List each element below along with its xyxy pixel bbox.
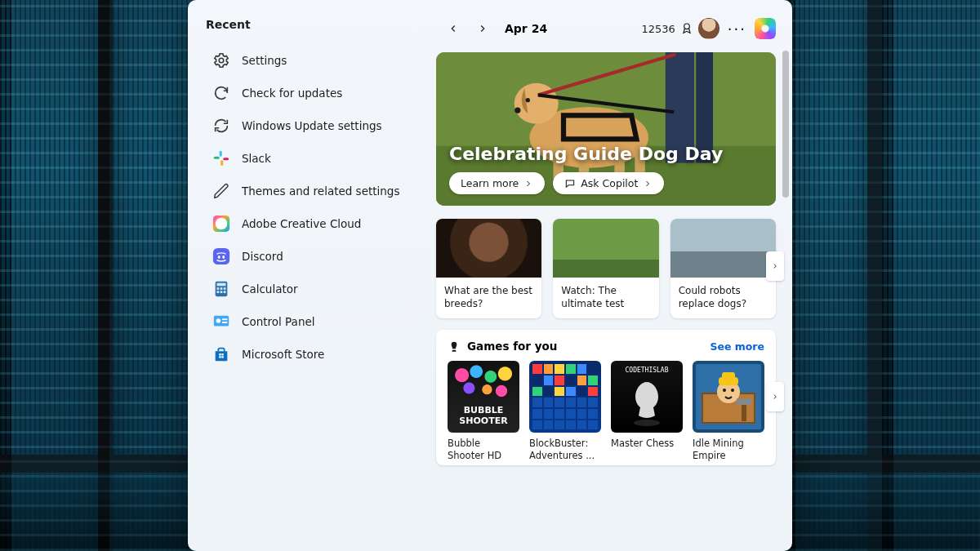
adobe-cc-icon [212, 215, 230, 233]
refresh-icon [212, 117, 230, 135]
game-card[interactable]: BUBBLESHOOTER Bubble Shooter HD [448, 361, 519, 462]
svg-text:CODETHISLAB: CODETHISLAB [626, 367, 669, 374]
hero-card[interactable]: Celebrating Guide Dog Day Learn more Ask… [436, 52, 776, 206]
nav-back-button[interactable] [441, 16, 466, 41]
game-tile [693, 361, 764, 433]
calculator-icon [212, 280, 230, 298]
games-see-more-link[interactable]: See more [710, 340, 764, 353]
svg-rect-11 [217, 283, 226, 287]
recent-item-adobe-cc[interactable]: Adobe Creative Cloud [206, 207, 426, 240]
svg-rect-45 [722, 372, 735, 379]
svg-rect-1 [220, 151, 222, 157]
svg-rect-4 [223, 158, 229, 160]
game-name: BlockBuster: Adventures ... [529, 438, 601, 462]
games-heading: Games for you [448, 340, 557, 353]
slack-icon [212, 149, 230, 167]
game-name: Master Chess [611, 438, 683, 462]
game-card[interactable]: CODETHISLAB Master Chess [611, 361, 683, 462]
recent-item-settings[interactable]: Settings [206, 44, 426, 77]
chevron-right-icon [643, 179, 653, 189]
articles-next-button[interactable] [766, 251, 784, 281]
refresh-icon [212, 84, 230, 102]
copilot-logo-icon[interactable] [755, 18, 776, 39]
hero-learn-more-button[interactable]: Learn more [449, 172, 545, 194]
svg-rect-14 [224, 287, 226, 290]
recent-item-control-panel[interactable]: Control Panel [206, 305, 426, 338]
control-panel-icon [212, 313, 230, 331]
recent-item-slack[interactable]: Slack [206, 142, 426, 175]
svg-rect-22 [219, 353, 220, 355]
more-button[interactable]: ··· [724, 20, 750, 38]
svg-rect-23 [221, 353, 223, 355]
svg-rect-15 [217, 291, 220, 293]
chat-icon [564, 178, 576, 189]
games-heading-label: Games for you [467, 340, 557, 353]
svg-rect-49 [737, 398, 751, 405]
recent-item-calculator[interactable]: Calculator [206, 273, 426, 305]
article-title: Watch: The ultimate test [553, 278, 658, 318]
rewards-points-value: 12536 [641, 23, 675, 35]
nav-forward-button[interactable] [470, 16, 495, 41]
feed-section: Apr 24 12536 ··· [433, 0, 792, 551]
svg-point-9 [222, 256, 225, 259]
article-thumbnail [670, 219, 776, 278]
rewards-points[interactable]: 12536 [641, 22, 693, 35]
svg-point-37 [526, 98, 530, 102]
recent-item-label: Themes and related settings [242, 184, 399, 198]
game-card[interactable]: BlockBuster: Adventures ... [529, 361, 601, 462]
svg-rect-17 [224, 291, 226, 293]
article-title: What are the best breeds? [436, 278, 541, 318]
recent-item-discord[interactable]: Discord [206, 240, 426, 273]
user-avatar[interactable] [698, 18, 719, 39]
recent-heading: Recent [206, 18, 426, 31]
games-section: Games for you See more BUBBLESHOOTER Bub… [436, 330, 776, 465]
svg-point-8 [218, 256, 220, 259]
hero-ask-copilot-label: Ask Copilot [581, 177, 638, 189]
recent-item-label: Microsoft Store [242, 348, 324, 361]
pen-icon [212, 182, 230, 200]
article-card[interactable]: Watch: The ultimate test [553, 219, 658, 318]
svg-point-6 [216, 218, 228, 230]
recent-item-microsoft-store[interactable]: Microsoft Store [206, 338, 426, 371]
svg-point-0 [219, 58, 224, 63]
hero-title: Celebrating Guide Dog Day [449, 144, 763, 164]
article-title: Could robots replace dogs? [670, 278, 776, 318]
recent-item-themes[interactable]: Themes and related settings [206, 175, 426, 207]
svg-rect-21 [222, 322, 227, 323]
game-name: Idle Mining Empire [693, 438, 764, 462]
chevron-right-icon [523, 179, 533, 189]
microsoft-store-icon [212, 345, 230, 363]
article-thumbnail [553, 219, 658, 278]
scrollbar-thumb[interactable] [782, 51, 789, 198]
game-name: Bubble Shooter HD [448, 438, 519, 462]
article-thumbnail [436, 219, 541, 278]
recent-item-label: Calculator [242, 282, 298, 295]
svg-rect-20 [222, 318, 227, 320]
article-cards-row: What are the best breeds? Watch: The ult… [436, 219, 776, 318]
svg-rect-3 [220, 160, 223, 166]
svg-rect-2 [214, 157, 220, 159]
recent-item-label: Adobe Creative Cloud [242, 217, 361, 230]
game-tile: BUBBLESHOOTER [448, 361, 519, 433]
gear-icon [212, 51, 230, 69]
start-companion-panel: Recent Settings Check for updates Window… [188, 0, 792, 551]
chess-piece-icon [448, 340, 461, 353]
recent-item-label: Check for updates [242, 87, 342, 100]
feed-topbar: Apr 24 12536 ··· [436, 16, 776, 41]
hero-learn-more-label: Learn more [461, 177, 519, 189]
article-card[interactable]: Could robots replace dogs? [670, 219, 776, 318]
recent-item-label: Discord [242, 250, 283, 263]
svg-rect-16 [220, 291, 223, 293]
game-card[interactable]: Idle Mining Empire [693, 361, 764, 462]
svg-rect-13 [220, 287, 223, 290]
article-card[interactable]: What are the best breeds? [436, 219, 541, 318]
recent-item-windows-update[interactable]: Windows Update settings [206, 109, 426, 142]
svg-point-47 [731, 389, 734, 392]
games-next-button[interactable] [766, 382, 784, 411]
recent-item-label: Windows Update settings [242, 119, 382, 132]
svg-point-40 [634, 420, 660, 426]
hero-ask-copilot-button[interactable]: Ask Copilot [553, 172, 664, 194]
discord-icon [212, 247, 230, 265]
recent-item-label: Control Panel [242, 315, 315, 328]
recent-item-check-updates[interactable]: Check for updates [206, 77, 426, 109]
